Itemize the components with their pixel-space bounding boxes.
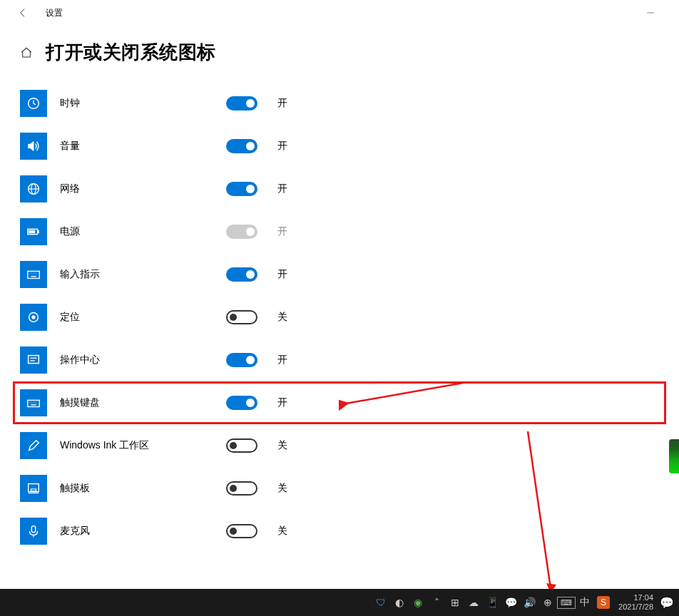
mic-icon bbox=[20, 518, 47, 545]
back-button[interactable] bbox=[14, 4, 31, 21]
toggle-label-power: 开 bbox=[277, 225, 287, 238]
toggle-windows-ink[interactable] bbox=[226, 438, 257, 453]
setting-label-clock: 时钟 bbox=[60, 97, 213, 110]
tray-app2-icon[interactable]: ⊞ bbox=[449, 596, 461, 609]
taskbar: 🛡 ◐ ◉ ˄ ⊞ ☁ 📱 💬 🔊 ⊕ ⌨ 中 S 17:04 2021/7/2… bbox=[0, 589, 679, 616]
svg-rect-8 bbox=[28, 271, 40, 278]
target-icon bbox=[20, 304, 47, 331]
setting-row-power: 电源开 bbox=[20, 210, 659, 253]
tray-sogou-icon[interactable]: S bbox=[597, 596, 610, 609]
pen-icon bbox=[20, 432, 47, 459]
touch-keyboard-icon bbox=[20, 389, 47, 416]
toggle-power bbox=[226, 225, 257, 239]
tray-nvidia-icon[interactable]: ◉ bbox=[412, 596, 424, 609]
setting-label-volume: 音量 bbox=[60, 140, 213, 153]
setting-label-network: 网络 bbox=[60, 183, 213, 195]
clock-icon bbox=[20, 90, 47, 117]
setting-label-input-indicator: 输入指示 bbox=[60, 268, 213, 281]
tray-shield-icon[interactable]: 🛡 bbox=[374, 596, 387, 609]
toggle-label-network: 开 bbox=[277, 183, 287, 195]
setting-label-touch-keyboard: 触摸键盘 bbox=[60, 396, 213, 409]
svg-rect-25 bbox=[29, 484, 39, 492]
toggle-label-location: 关 bbox=[277, 311, 287, 324]
tray-chevron-up-icon[interactable]: ˄ bbox=[430, 596, 443, 609]
taskbar-date: 2021/7/28 bbox=[618, 602, 653, 612]
setting-row-location: 定位关 bbox=[20, 296, 659, 339]
side-widget[interactable] bbox=[669, 439, 679, 473]
toggle-location[interactable] bbox=[226, 310, 257, 324]
taskbar-clock[interactable]: 17:04 2021/7/28 bbox=[618, 593, 653, 612]
toggle-label-touch-keyboard: 开 bbox=[277, 396, 287, 409]
svg-point-15 bbox=[32, 316, 36, 319]
setting-row-windows-ink: Windows Ink 工作区关 bbox=[20, 424, 659, 467]
titlebar-label: 设置 bbox=[46, 7, 63, 19]
tray-wechat-icon[interactable]: 💬 bbox=[504, 596, 517, 609]
toggle-network[interactable] bbox=[226, 182, 257, 196]
toggle-label-microphone: 关 bbox=[277, 525, 287, 538]
toggle-touch-keyboard[interactable] bbox=[226, 396, 257, 410]
tray-app-icon[interactable]: ◐ bbox=[393, 596, 406, 609]
settings-list: 时钟开音量开网络开电源开输入指示开定位关操作中心开触摸键盘开Windows In… bbox=[0, 79, 679, 555]
touchpad-icon bbox=[20, 475, 47, 502]
setting-row-network: 网络开 bbox=[20, 168, 659, 210]
toggle-input-indicator[interactable] bbox=[226, 267, 257, 282]
toggle-label-action-center: 开 bbox=[277, 354, 287, 366]
svg-rect-16 bbox=[29, 356, 39, 364]
setting-label-action-center: 操作中心 bbox=[60, 354, 213, 366]
svg-rect-6 bbox=[38, 230, 39, 233]
toggle-label-clock: 开 bbox=[277, 97, 287, 110]
globe-icon bbox=[20, 175, 47, 202]
home-icon[interactable] bbox=[20, 46, 33, 59]
setting-label-location: 定位 bbox=[60, 311, 213, 324]
setting-row-touchpad: 触摸板关 bbox=[20, 467, 659, 510]
setting-row-clock: 时钟开 bbox=[20, 82, 659, 125]
tray-volume-icon[interactable]: 🔊 bbox=[523, 596, 536, 609]
setting-label-microphone: 麦克风 bbox=[60, 525, 213, 538]
toggle-label-windows-ink: 关 bbox=[277, 439, 287, 452]
tray-icons: 🛡 ◐ ◉ ˄ ⊞ ☁ 📱 💬 🔊 ⊕ ⌨ 中 S bbox=[374, 596, 610, 609]
page-title: 打开或关闭系统图标 bbox=[46, 40, 216, 65]
notification-icon[interactable]: 💬 bbox=[660, 596, 673, 609]
setting-label-touchpad: 触摸板 bbox=[60, 482, 213, 495]
tray-network-icon[interactable]: ⊕ bbox=[541, 596, 554, 609]
toggle-touchpad[interactable] bbox=[226, 481, 257, 496]
setting-row-action-center: 操作中心开 bbox=[20, 339, 659, 381]
toggle-label-volume: 开 bbox=[277, 140, 287, 153]
volume-icon bbox=[20, 133, 47, 160]
toggle-volume[interactable] bbox=[226, 139, 257, 153]
tray-ime-icon[interactable]: ⌨ bbox=[560, 596, 573, 609]
svg-rect-7 bbox=[29, 230, 35, 233]
toggle-label-touchpad: 关 bbox=[277, 482, 287, 495]
keyboard-icon bbox=[20, 261, 47, 288]
svg-rect-28 bbox=[31, 526, 36, 533]
setting-row-input-indicator: 输入指示开 bbox=[20, 253, 659, 296]
message-icon bbox=[20, 346, 47, 374]
setting-row-touch-keyboard: 触摸键盘开 bbox=[13, 381, 666, 424]
tray-onedrive-icon[interactable]: ☁ bbox=[467, 596, 480, 609]
svg-rect-19 bbox=[28, 400, 40, 406]
taskbar-time: 17:04 bbox=[633, 593, 653, 602]
toggle-action-center[interactable] bbox=[226, 353, 257, 367]
setting-label-power: 电源 bbox=[60, 225, 213, 238]
setting-row-microphone: 麦克风关 bbox=[20, 510, 659, 553]
battery-icon bbox=[20, 218, 47, 245]
page-header: 打开或关闭系统图标 bbox=[0, 26, 679, 79]
titlebar: 设置 bbox=[0, 0, 679, 26]
minimize-button[interactable] bbox=[639, 8, 662, 18]
setting-row-volume: 音量开 bbox=[20, 125, 659, 168]
tray-ime-lang[interactable]: 中 bbox=[578, 596, 591, 609]
toggle-label-input-indicator: 开 bbox=[277, 268, 287, 281]
toggle-microphone[interactable] bbox=[226, 524, 257, 538]
tray-mobile-icon[interactable]: 📱 bbox=[486, 596, 499, 609]
toggle-clock[interactable] bbox=[226, 96, 257, 111]
svg-rect-26 bbox=[31, 489, 36, 491]
setting-label-windows-ink: Windows Ink 工作区 bbox=[60, 439, 213, 452]
